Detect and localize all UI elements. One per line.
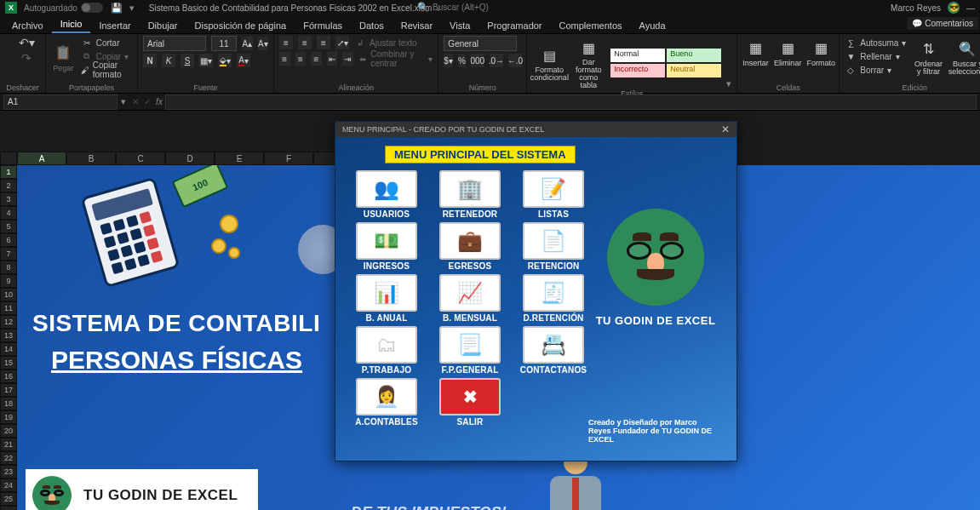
dec-decimal-icon[interactable]: ←.0 (508, 54, 522, 67)
save-icon[interactable]: 💾 (112, 3, 122, 13)
tab-vista[interactable]: Vista (441, 18, 479, 33)
format-as-table-button[interactable]: ▦Dar formato como tabla (571, 36, 605, 89)
autosum-button[interactable]: ∑Autosuma ▾ (845, 36, 906, 49)
tab-complementos[interactable]: Complementos (551, 18, 631, 33)
row-header[interactable]: 5 (0, 220, 17, 233)
menu-balance-anual-button[interactable]: 📊 (356, 274, 417, 312)
row-header[interactable]: 7 (0, 247, 17, 261)
style-bueno[interactable]: Bueno (667, 49, 721, 62)
row-header[interactable]: 1 (0, 165, 17, 179)
tab-formulas[interactable]: Fórmulas (295, 18, 351, 33)
bold-button[interactable]: N (143, 54, 157, 67)
comma-icon[interactable]: 000 (471, 54, 484, 67)
menu-contactanos-button[interactable]: 📇 (523, 326, 584, 364)
qat-more-icon[interactable]: ▾ (127, 3, 137, 13)
border-button[interactable]: ▦▾ (199, 54, 213, 67)
autosave-toggle[interactable]: Autoguardado (24, 3, 103, 13)
tab-inicio[interactable]: Inicio (52, 16, 91, 33)
row-header[interactable]: 19 (0, 410, 17, 424)
menu-retenedor-button[interactable]: 🏢 (439, 170, 501, 208)
menu-ingresos-button[interactable]: 💵 (356, 222, 417, 260)
user-avatar-icon[interactable]: 😎 (948, 2, 960, 14)
tab-datos[interactable]: Datos (351, 18, 393, 33)
percent-icon[interactable]: % (458, 54, 466, 67)
col-header[interactable]: D (165, 152, 215, 165)
format-painter-button[interactable]: 🖌Copiar formato (81, 63, 132, 77)
formula-bar[interactable] (165, 95, 977, 110)
font-color-button[interactable]: A▾ (237, 54, 250, 67)
tab-programador[interactable]: Programador (479, 18, 550, 33)
menu-dretencion-button[interactable]: 🧾 (523, 274, 584, 312)
align-right-icon[interactable]: ≡ (311, 52, 322, 66)
align-top-icon[interactable]: ≡ (279, 36, 293, 49)
merge-center-button[interactable]: ⬌Combinar y centrar ▾ (358, 52, 433, 66)
row-header[interactable]: 13 (0, 329, 17, 342)
increase-font-icon[interactable]: A▴ (242, 37, 253, 50)
menu-salir-button[interactable]: ✖ (439, 378, 501, 415)
menu-egresos-button[interactable]: 💼 (439, 222, 501, 260)
wrap-text-button[interactable]: ↲Ajustar texto (354, 36, 417, 49)
sort-filter-button[interactable]: ⇅Ordenar y filtrar (911, 37, 945, 76)
styles-more-icon[interactable]: ▾ (726, 78, 731, 89)
clear-button[interactable]: ◇Borrar ▾ (845, 63, 906, 77)
decrease-font-icon[interactable]: A▾ (258, 37, 269, 50)
row-header[interactable]: 22 (0, 451, 17, 465)
menu-acontables-button[interactable]: 👩‍💼 (356, 378, 417, 415)
cancel-formula-icon[interactable]: ✕ (129, 97, 141, 106)
style-incorrecto[interactable]: Incorrecto (610, 64, 665, 77)
row-header[interactable]: 18 (0, 397, 17, 410)
menu-retencion-button[interactable]: 📄 (523, 222, 584, 260)
row-header[interactable]: 6 (0, 233, 17, 247)
align-center-icon[interactable]: ≡ (295, 52, 307, 66)
window-minimize-icon[interactable]: — (966, 3, 975, 13)
redo-icon[interactable]: ↷ (21, 51, 32, 65)
format-cells-button[interactable]: ▦Formato (806, 36, 835, 67)
row-header[interactable]: 4 (0, 206, 17, 220)
fill-button[interactable]: ▼Rellenar ▾ (845, 49, 906, 63)
row-header[interactable]: 11 (0, 301, 17, 315)
number-format-select[interactable] (444, 36, 517, 51)
font-name-input[interactable] (143, 36, 206, 51)
row-header[interactable]: 26 (0, 506, 17, 510)
row-header[interactable]: 17 (0, 383, 17, 397)
dialog-title-bar[interactable]: MENU PRINCIPAL - CREADO POR TU GODIN DE … (335, 122, 736, 137)
row-header[interactable]: 2 (0, 179, 17, 192)
comments-button[interactable]: 💬 Comentarios (907, 17, 978, 30)
underline-button[interactable]: S (181, 54, 194, 67)
row-header[interactable]: 23 (0, 465, 17, 478)
find-select-button[interactable]: 🔍Buscar y seleccionar (950, 37, 980, 76)
row-header[interactable]: 25 (0, 492, 17, 506)
tab-revisar[interactable]: Revisar (393, 18, 441, 33)
menu-listas-button[interactable]: 📝 (523, 170, 584, 208)
namebox-dropdown-icon[interactable]: ▾ (117, 96, 129, 107)
tab-insertar[interactable]: Insertar (90, 18, 139, 33)
row-header[interactable]: 3 (0, 192, 17, 206)
fill-color-button[interactable]: ⬙▾ (218, 54, 232, 67)
row-header[interactable]: 20 (0, 424, 17, 438)
style-neutral[interactable]: Neutral (667, 64, 721, 77)
row-header[interactable]: 24 (0, 478, 17, 492)
fx-icon[interactable]: fx (153, 97, 165, 106)
tab-ayuda[interactable]: Ayuda (631, 18, 674, 33)
orientation-icon[interactable]: ⤢▾ (335, 36, 349, 49)
col-header[interactable]: B (66, 152, 116, 165)
col-header[interactable]: F (264, 152, 313, 165)
conditional-format-button[interactable]: ▤Formato condicional (532, 43, 566, 82)
row-header[interactable]: 15 (0, 356, 17, 370)
currency-icon[interactable]: $▾ (444, 54, 453, 67)
cell-styles-gallery[interactable]: Normal Bueno Incorrecto Neutral (610, 49, 721, 77)
font-size-input[interactable] (211, 36, 237, 51)
inc-decimal-icon[interactable]: .0→ (490, 54, 503, 67)
paste-button[interactable]: 📋 Pegar (51, 41, 76, 72)
name-box[interactable] (3, 95, 117, 110)
cut-button[interactable]: ✂Cortar (81, 36, 132, 49)
indent-inc-icon[interactable]: ⇥ (342, 52, 353, 66)
select-all-corner[interactable] (0, 152, 17, 165)
tab-archivo[interactable]: Archivo (3, 18, 52, 33)
copy-button[interactable]: ⧉Copiar ▾ (81, 49, 132, 63)
menu-balance-mensual-button[interactable]: 📈 (439, 274, 501, 312)
accept-formula-icon[interactable]: ✓ (141, 97, 153, 106)
row-header[interactable]: 21 (0, 438, 17, 451)
row-header[interactable]: 14 (0, 342, 17, 356)
tab-dibujar[interactable]: Dibujar (140, 18, 186, 33)
